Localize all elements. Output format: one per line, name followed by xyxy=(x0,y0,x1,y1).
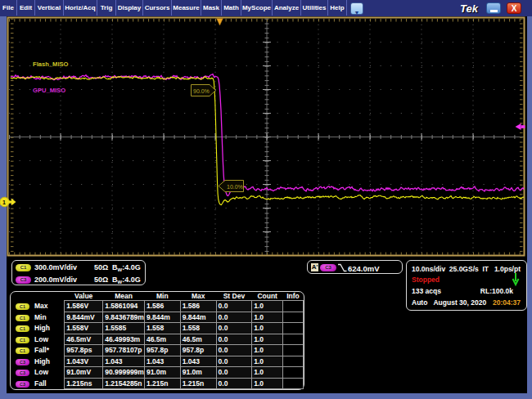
svg-text:GPU_MISO: GPU_MISO xyxy=(33,87,65,94)
svg-text:90.0%: 90.0% xyxy=(193,88,210,94)
svg-text:Flash_MISO: Flash_MISO xyxy=(33,61,69,68)
svg-text:10.0%: 10.0% xyxy=(227,184,243,190)
svg-text:1: 1 xyxy=(2,200,6,205)
